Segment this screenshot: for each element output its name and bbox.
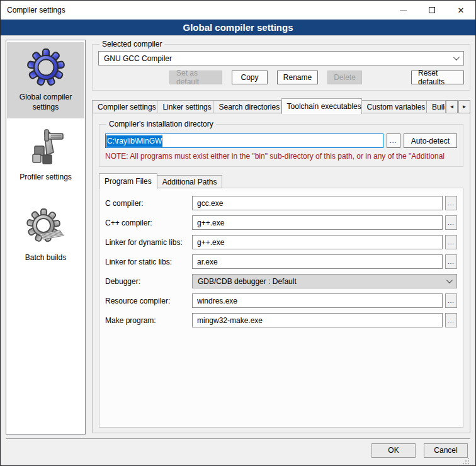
compiler-select-value: GNU GCC Compiler [104, 54, 453, 63]
tab-compiler-settings[interactable]: Compiler settings [92, 100, 157, 113]
resource-compiler-browse-button[interactable]: ... [445, 293, 457, 308]
program-files-tabbar: Program Files Additional Paths [99, 173, 463, 188]
tab-program-files[interactable]: Program Files [99, 173, 157, 189]
make-program-input[interactable] [192, 313, 443, 327]
debugger-label: Debugger: [105, 277, 192, 286]
minimize-button [388, 1, 417, 20]
installation-note: NOTE: All programs must exist either in … [105, 152, 457, 161]
sidebar-item-label: Global compiler settings [8, 92, 83, 112]
make-program-browse-button[interactable]: ... [445, 313, 457, 327]
reset-defaults-button[interactable]: Reset defaults [411, 71, 464, 84]
c-compiler-label: C compiler: [105, 199, 192, 208]
gray-gear-stack-icon [26, 208, 66, 248]
tab-additional-paths[interactable]: Additional Paths [157, 175, 223, 188]
dynamic-linker-row: Linker for dynamic libs: ... [105, 235, 457, 249]
debugger-select-value: GDB/CDB debugger : Default [198, 277, 446, 286]
rename-button[interactable]: Rename [277, 71, 318, 84]
c-compiler-row: C compiler: ... [105, 196, 457, 210]
auto-detect-button[interactable]: Auto-detect [404, 134, 457, 148]
installation-directory-input[interactable]: C:\raylib\MinGW [105, 134, 383, 148]
minimize-icon [400, 10, 407, 11]
tab-scroll-right-button[interactable]: ► [458, 100, 470, 113]
maximize-icon [429, 7, 435, 13]
compiler-select[interactable]: GNU GCC Compiler [98, 51, 464, 65]
selected-compiler-group: Selected compiler GNU GCC Compiler Set a… [92, 40, 470, 91]
installation-directory-legend: Compiler's installation directory [106, 120, 216, 128]
sidebar-item-batch-builds[interactable]: Batch builds [7, 203, 84, 269]
browse-directory-button[interactable]: ... [387, 134, 400, 148]
resource-compiler-input[interactable] [192, 293, 443, 308]
sidebar-item-global-compiler-settings[interactable]: Global compiler settings [7, 42, 84, 118]
c-compiler-browse-button[interactable]: ... [445, 196, 457, 210]
page-title: Global compiler settings [1, 20, 475, 36]
debugger-row: Debugger: GDB/CDB debugger : Default [105, 274, 457, 288]
resource-compiler-label: Resource compiler: [105, 297, 192, 305]
make-program-row: Make program: ... [105, 313, 457, 327]
tab-toolchain-executables[interactable]: Toolchain executables [281, 98, 362, 114]
static-linker-row: Linker for static libs: ... [105, 254, 457, 269]
chevron-down-icon [453, 54, 460, 60]
close-button[interactable]: ✕ [446, 1, 475, 20]
tab-custom-variables[interactable]: Custom variables [362, 100, 427, 113]
static-linker-browse-button[interactable]: ... [445, 254, 457, 269]
debugger-select[interactable]: GDB/CDB debugger : Default [192, 274, 457, 288]
window-title: Compiler settings [1, 6, 65, 14]
dialog-footer: OK Cancel [6, 438, 470, 465]
close-icon: ✕ [458, 6, 465, 15]
c-compiler-input[interactable] [192, 196, 443, 210]
ok-button[interactable]: OK [371, 443, 416, 458]
installation-directory-value: C:\raylib\MinGW [106, 135, 162, 147]
maximize-button[interactable] [417, 1, 446, 20]
make-program-label: Make program: [105, 316, 192, 325]
tab-scroll-buttons: ◄ ► [446, 100, 470, 113]
settings-tabbar: Compiler settings Linker settings Search… [92, 98, 470, 113]
compiler-buttons-row: Set as default Copy Rename Delete Reset … [98, 71, 464, 84]
resize-grip-icon[interactable] [462, 457, 470, 465]
delete-button: Delete [327, 71, 362, 84]
static-linker-input[interactable] [192, 254, 443, 269]
tab-search-directories[interactable]: Search directories [213, 100, 281, 113]
copy-button[interactable]: Copy [232, 71, 268, 84]
installation-directory-group: Compiler's installation directory C:\ray… [99, 120, 463, 167]
tab-linker-settings[interactable]: Linker settings [157, 100, 213, 113]
cpp-compiler-input[interactable] [192, 215, 443, 230]
caption-buttons: ✕ [388, 1, 475, 20]
dynamic-linker-browse-button[interactable]: ... [445, 235, 457, 249]
selected-compiler-legend: Selected compiler [99, 40, 164, 48]
compiler-settings-dialog: Compiler settings ✕ Global compiler sett… [0, 0, 476, 466]
settings-category-list: Global compiler settings [6, 40, 86, 435]
set-as-default-button: Set as default [169, 71, 222, 84]
static-linker-label: Linker for static libs: [105, 258, 192, 266]
dynamic-linker-label: Linker for dynamic libs: [105, 238, 192, 247]
tab-scroll-left-button[interactable]: ◄ [446, 100, 458, 113]
chevron-down-icon [446, 277, 453, 283]
toolchain-executables-panel: Compiler's installation directory C:\ray… [92, 113, 470, 433]
program-files-page: C compiler: ... C++ compiler: ... Linker… [99, 188, 463, 428]
sidebar-item-label: Profiler settings [20, 172, 72, 182]
cpp-compiler-label: C++ compiler: [105, 219, 192, 227]
sidebar-item-profiler-settings[interactable]: Profiler settings [7, 122, 84, 188]
dynamic-linker-input[interactable] [192, 235, 443, 249]
blue-gear-icon [26, 47, 66, 88]
cpp-compiler-browse-button[interactable]: ... [445, 215, 457, 230]
sidebar-item-label: Batch builds [25, 253, 66, 263]
cancel-button[interactable]: Cancel [424, 443, 468, 458]
title-bar: Compiler settings ✕ [1, 1, 475, 20]
resource-compiler-row: Resource compiler: ... [105, 293, 457, 308]
cpp-compiler-row: C++ compiler: ... [105, 215, 457, 230]
caliper-icon [26, 127, 66, 168]
tab-build-options[interactable]: Build options [427, 100, 446, 113]
